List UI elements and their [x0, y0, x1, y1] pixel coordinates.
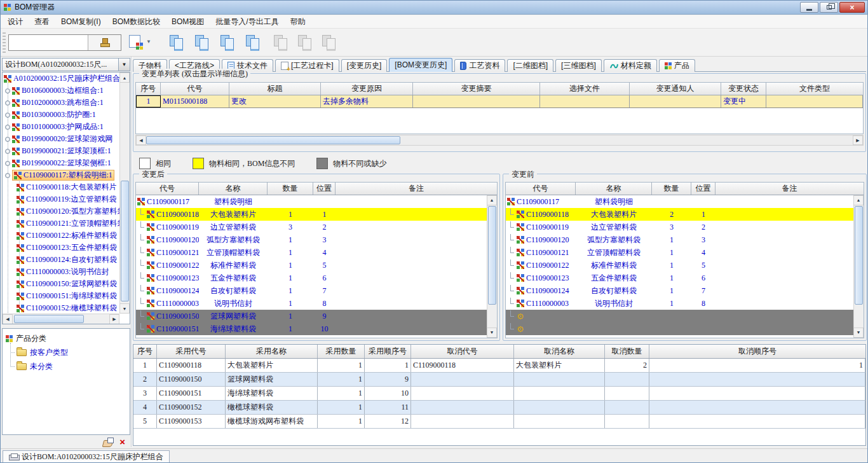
- table-row[interactable]: C1109000119边立管塑料袋32: [506, 221, 853, 233]
- table-row[interactable]: 1C1109000118大包装塑料片11C1109000118大包装塑料片21: [133, 359, 865, 373]
- tree-node-child[interactable]: C1109000118:大包装塑料片: [3, 181, 119, 193]
- tab-process-card[interactable]: [工艺过程卡]: [275, 59, 339, 72]
- menu-bom-view[interactable]: BOM视图: [166, 15, 210, 29]
- expander-icon[interactable]: [5, 113, 10, 118]
- expander-icon[interactable]: [5, 100, 10, 106]
- expander-icon[interactable]: [5, 125, 10, 130]
- bom-view-select[interactable]: 设计BOM(A0102000032:15尺... ▼: [2, 58, 130, 71]
- scrollbar-thumb[interactable]: [121, 181, 129, 301]
- tab-material-quota[interactable]: 材料定额: [604, 59, 657, 72]
- tree-horizontal-scrollbar[interactable]: ◀ ▶: [3, 314, 119, 324]
- menu-batch-import-export[interactable]: 批量导入/导出工具: [210, 15, 284, 29]
- close-button[interactable]: ×: [839, 2, 865, 13]
- tree-node-child[interactable]: C1110000003:说明书信封: [3, 266, 119, 278]
- tab-change-history[interactable]: [变更历史]: [341, 59, 388, 72]
- copy-item-icon[interactable]: [219, 34, 236, 50]
- table-row[interactable]: C1109000117塑料袋明细: [136, 195, 487, 208]
- panel-splitter[interactable]: [131, 57, 132, 447]
- after-change-scrollbar[interactable]: ▲ ▼: [487, 195, 497, 338]
- open-document-tab[interactable]: 设计BOM:A0102000032:15尺蹦床护栏组合: [3, 450, 170, 463]
- scrollbar-thumb[interactable]: [488, 206, 496, 305]
- tree-node[interactable]: B0199000022:篮球架侧框:1: [3, 157, 119, 169]
- search-button[interactable]: [88, 35, 121, 50]
- table-row-placeholder[interactable]: ⚙: [506, 322, 853, 335]
- table-row[interactable]: C1109000121立管顶帽塑料袋14: [136, 246, 487, 259]
- expander-icon[interactable]: [5, 137, 10, 142]
- tree-node-root[interactable]: A0102000032:15尺蹦床护栏组合: [3, 73, 119, 85]
- search-input[interactable]: [9, 35, 88, 50]
- before-change-scrollbar[interactable]: ▲ ▼: [853, 195, 864, 338]
- menu-view[interactable]: 查看: [29, 15, 55, 29]
- tree-node[interactable]: B0199000021:篮球架顶框:1: [3, 145, 119, 157]
- scroll-up-icon[interactable]: ▲: [119, 73, 130, 83]
- classification-item-uncategorized[interactable]: 未分类: [3, 359, 130, 373]
- table-row[interactable]: C1110000003说明书信封18: [506, 297, 853, 310]
- scroll-right-icon[interactable]: ▶: [109, 314, 119, 324]
- scroll-right-icon[interactable]: ▶: [853, 135, 863, 145]
- scrollbar-thumb[interactable]: [146, 136, 400, 144]
- table-row[interactable]: C1109000121立管顶帽塑料袋14: [506, 246, 853, 259]
- table-row[interactable]: C1109000119边立管塑料袋32: [136, 221, 487, 233]
- tree-node-child[interactable]: C1109000120:弧型方塞塑料袋: [3, 205, 119, 218]
- expander-icon[interactable]: [5, 173, 10, 178]
- table-row[interactable]: C1109000123五金件塑料袋16: [506, 272, 853, 284]
- tree-node-child[interactable]: C1109000152:橄榄球塑料袋: [3, 302, 119, 314]
- table-row[interactable]: C1109000120弧型方塞塑料袋13: [506, 233, 853, 246]
- change-order-row[interactable]: 1 M0115000188 更改 去掉多余物料 变更中: [136, 95, 863, 108]
- table-row[interactable]: C1109000123五金件塑料袋16: [136, 272, 487, 284]
- tab-process-data[interactable]: 工艺资料: [454, 59, 505, 72]
- tree-node[interactable]: B0106000003:边框组合:1: [3, 85, 119, 97]
- scroll-up-icon[interactable]: ▲: [853, 195, 864, 205]
- tree-node-child[interactable]: C1109000150:篮球网塑料袋: [3, 278, 119, 290]
- change-order-horizontal-scrollbar[interactable]: ◀ ▶: [135, 135, 864, 146]
- scroll-down-icon[interactable]: ▼: [487, 328, 497, 338]
- chevron-down-icon[interactable]: ▼: [118, 59, 130, 71]
- table-row-missing[interactable]: C1109000150篮球网塑料袋19: [136, 310, 487, 322]
- hand-icon[interactable]: [103, 438, 114, 446]
- classification-root[interactable]: 产品分类: [3, 331, 130, 345]
- tree-node-selected[interactable]: C1109000117:塑料袋明细:1: [3, 169, 119, 181]
- table-row[interactable]: C1109000120弧型方塞塑料袋13: [136, 233, 487, 246]
- expander-icon[interactable]: [5, 149, 10, 154]
- copy-bom-icon[interactable]: [168, 34, 185, 50]
- table-row[interactable]: C1109000122标准件塑料袋15: [506, 259, 853, 272]
- table-row-changed[interactable]: C1109000118大包装塑料片11: [136, 208, 487, 221]
- tree-node-child[interactable]: C1109000119:边立管塑料袋: [3, 193, 119, 205]
- chevron-down-icon[interactable]: ▼: [144, 38, 154, 46]
- scroll-left-icon[interactable]: ◀: [3, 314, 13, 324]
- toolbar-grip[interactable]: [3, 32, 6, 53]
- scrollbar-thumb[interactable]: [14, 315, 84, 323]
- table-row[interactable]: 4C1109000152橄榄球塑料袋111: [133, 401, 865, 415]
- table-row-missing[interactable]: C1109000151海绵球塑料袋110: [136, 322, 487, 335]
- menu-bom-compare[interactable]: BOM数据比较: [107, 15, 166, 29]
- scroll-up-icon[interactable]: ▲: [487, 195, 497, 205]
- delete-icon[interactable]: ×: [119, 438, 125, 446]
- classification-item-by-customer[interactable]: 按客户类型: [3, 345, 130, 359]
- scroll-down-icon[interactable]: ▼: [119, 303, 130, 314]
- bom-structure-tool[interactable]: ▼: [129, 35, 154, 48]
- tree-node[interactable]: B0102000003:跳布组合:1: [3, 97, 119, 109]
- menu-help[interactable]: 帮助: [285, 15, 311, 29]
- menu-bom-copy[interactable]: BOM复制(I): [55, 15, 107, 29]
- table-row[interactable]: C1109000122标准件塑料袋15: [136, 259, 487, 272]
- table-row-placeholder[interactable]: ⚙: [506, 310, 853, 322]
- table-row[interactable]: C1110000003说明书信封18: [136, 297, 487, 310]
- table-row[interactable]: 2C1109000150篮球网塑料袋19: [133, 373, 865, 387]
- scrollbar-thumb[interactable]: [855, 206, 863, 305]
- expander-icon[interactable]: [5, 88, 10, 93]
- scroll-left-icon[interactable]: ◀: [136, 135, 146, 145]
- table-row[interactable]: C1109000124自攻钉塑料袋17: [136, 284, 487, 297]
- minimize-button[interactable]: [800, 2, 818, 13]
- table-row[interactable]: C1109000117塑料袋明细: [506, 195, 853, 208]
- copy-bom-alt-icon[interactable]: [194, 34, 210, 50]
- tree-node-child[interactable]: C1109000121:立管顶帽塑料袋: [3, 218, 119, 230]
- menu-design[interactable]: 设计: [2, 15, 29, 29]
- tree-node[interactable]: B0199000020:篮球架游戏网: [3, 133, 119, 145]
- tree-node-child[interactable]: C1109000123:五金件塑料袋: [3, 242, 119, 254]
- table-row[interactable]: C1109000124自攻钉塑料袋17: [506, 284, 853, 297]
- table-row[interactable]: 5C1109000153橄榄球游戏网布塑料袋112: [133, 415, 865, 429]
- tree-node[interactable]: B0103000003:防护圈:1: [3, 109, 119, 121]
- seq-cell[interactable]: 1: [136, 95, 161, 107]
- expander-icon[interactable]: [5, 161, 10, 166]
- tree-node-child[interactable]: C1109000124:自攻钉塑料袋: [3, 254, 119, 266]
